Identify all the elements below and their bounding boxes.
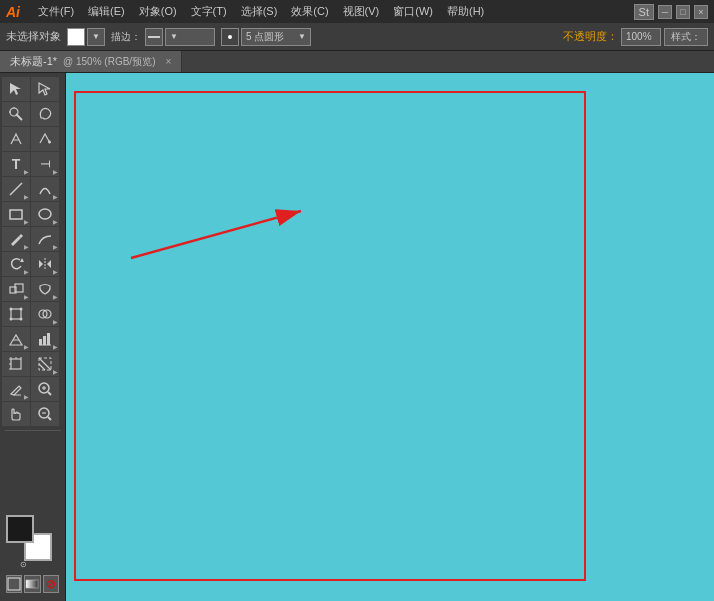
menu-help[interactable]: 帮助(H) (441, 2, 490, 21)
tab-bar: 未标题-1* @ 150% (RGB/预览) × (0, 51, 714, 73)
title-right-icons: St ─ □ × (634, 4, 708, 20)
tool-row-3 (2, 127, 63, 151)
point-dropdown[interactable]: 5 点圆形 ▼ (241, 28, 311, 46)
svg-rect-7 (10, 210, 22, 219)
opacity-section: 不透明度： 100% 样式： (563, 28, 708, 46)
tool-row-12: ▶ (2, 352, 63, 376)
menu-window[interactable]: 窗口(W) (387, 2, 439, 21)
smooth-small-arrow: ▶ (53, 243, 58, 250)
tool-row-4: T ▶ T ▶ (2, 152, 63, 176)
graph-tool[interactable]: ▶ (31, 327, 59, 351)
rotate-tool[interactable]: ▶ (2, 252, 30, 276)
menu-edit[interactable]: 编辑(E) (82, 2, 131, 21)
tool-row-8: ▶ ▶ (2, 252, 63, 276)
warp-small-arrow: ▶ (53, 293, 58, 300)
smooth-tool[interactable]: ▶ (31, 227, 59, 251)
svg-point-1 (10, 108, 18, 116)
stroke-text: 描边： (111, 30, 141, 44)
brush-dot-icon (228, 35, 232, 39)
shape-builder-small-arrow: ▶ (53, 318, 58, 325)
svg-rect-24 (47, 333, 50, 345)
options-bar: 未选择对象 ▼ 描边： ▼ 5 点圆形 ▼ 不透明度： 100% 样式： (0, 23, 714, 51)
artboard-tool[interactable] (2, 352, 30, 376)
svg-point-16 (10, 318, 13, 321)
menu-effect[interactable]: 效果(C) (285, 2, 334, 21)
eraser-small-arrow: ▶ (24, 393, 29, 400)
menu-view[interactable]: 视图(V) (337, 2, 386, 21)
close-button[interactable]: × (694, 5, 708, 19)
opacity-value: 100% (626, 31, 652, 42)
warp-tool[interactable]: ▶ (31, 277, 59, 301)
menu-file[interactable]: 文件(F) (32, 2, 80, 21)
line-tool[interactable]: ▶ (2, 177, 30, 201)
eraser-tool[interactable]: ▶ (2, 377, 30, 401)
minimize-button[interactable]: ─ (658, 5, 672, 19)
menu-bar: 文件(F) 编辑(E) 对象(O) 文字(T) 选择(S) 效果(C) 视图(V… (32, 2, 626, 21)
stroke-label: 描边： ▼ (111, 28, 215, 46)
fill-dropdown[interactable]: ▼ (87, 28, 105, 46)
svg-line-45 (131, 211, 301, 258)
zoom-tool[interactable] (31, 377, 59, 401)
add-anchor-tool[interactable] (31, 127, 59, 151)
pen-tool[interactable] (2, 127, 30, 151)
style-button[interactable]: 样式： (664, 28, 708, 46)
menu-object[interactable]: 对象(O) (133, 2, 183, 21)
tab-close-icon[interactable]: × (165, 56, 171, 67)
tool-row-2 (2, 102, 63, 126)
magic-wand-tool[interactable] (2, 102, 30, 126)
shape-builder-tool[interactable]: ▶ (31, 302, 59, 326)
tool-row-6: ▶ ▶ (2, 202, 63, 226)
fill-swatch[interactable] (67, 28, 85, 46)
tool-row-1 (2, 77, 63, 101)
lasso-tool[interactable] (31, 102, 59, 126)
no-fill-mode-btn[interactable]: ⊘ (43, 575, 59, 593)
tool-row-14 (2, 402, 63, 426)
zoom-minus-tool[interactable] (31, 402, 59, 426)
menu-text[interactable]: 文字(T) (185, 2, 233, 21)
arc-tool[interactable]: ▶ (31, 177, 59, 201)
tool-row-7: ▶ ▶ (2, 227, 63, 251)
svg-rect-26 (11, 359, 21, 369)
perspective-small-arrow: ▶ (24, 343, 29, 350)
stroke-dropdown[interactable]: ▼ (165, 28, 215, 46)
tool-row-10: ▶ (2, 302, 63, 326)
toolbar-divider (5, 430, 61, 431)
stroke-dash-icon (148, 36, 160, 38)
scale-tool[interactable]: ▶ (2, 277, 30, 301)
scale-small-arrow: ▶ (24, 293, 29, 300)
canvas-area[interactable] (66, 73, 714, 601)
tab-title: 未标题-1* (10, 54, 57, 69)
free-transform-tool[interactable] (2, 302, 30, 326)
fill-mode-btn[interactable] (6, 575, 22, 593)
brush-swatch[interactable] (221, 28, 239, 46)
gradient-mode-btn[interactable] (24, 575, 40, 593)
stroke-dropdown-arrow: ▼ (170, 32, 178, 41)
arc-small-arrow: ▶ (53, 193, 58, 200)
fg-bg-swatches: ⊙ (6, 515, 52, 561)
svg-point-15 (20, 308, 23, 311)
menu-select[interactable]: 选择(S) (235, 2, 284, 21)
slice-tool[interactable]: ▶ (31, 352, 59, 376)
maximize-button[interactable]: □ (676, 5, 690, 19)
stroke-swatch[interactable] (145, 28, 163, 46)
tab-info: @ 150% (RGB/预览) (63, 55, 155, 69)
document-tab[interactable]: 未标题-1* @ 150% (RGB/预览) × (0, 51, 182, 72)
hand-tool[interactable] (2, 402, 30, 426)
select-tool[interactable] (2, 77, 30, 101)
tool-row-9: ▶ ▶ (2, 277, 63, 301)
pencil-tool[interactable]: ▶ (2, 227, 30, 251)
reset-colors-icon[interactable]: ⊙ (20, 560, 27, 569)
opacity-input[interactable]: 100% (621, 28, 661, 46)
opacity-label: 不透明度： (563, 29, 618, 44)
ellipse-tool[interactable]: ▶ (31, 202, 59, 226)
perspective-tool[interactable]: ▶ (2, 327, 30, 351)
toolbar: T ▶ T ▶ ▶ ▶ ▶ (0, 73, 66, 601)
rectangle-tool[interactable]: ▶ (2, 202, 30, 226)
foreground-color-swatch[interactable] (6, 515, 34, 543)
type-tool[interactable]: T ▶ (2, 152, 30, 176)
direct-select-tool[interactable] (31, 77, 59, 101)
reflect-tool[interactable]: ▶ (31, 252, 59, 276)
svg-point-8 (39, 209, 51, 219)
vertical-type-tool[interactable]: T ▶ (31, 152, 59, 176)
svg-rect-43 (26, 580, 38, 588)
